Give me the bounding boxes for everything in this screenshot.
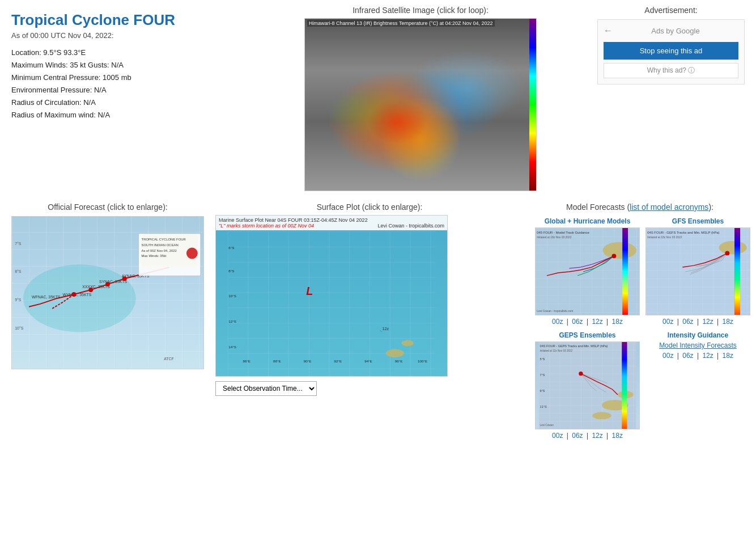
- intensity-guidance-panel: Intensity Guidance Model Intensity Forec…: [645, 331, 750, 440]
- svg-rect-57: [539, 342, 636, 429]
- svg-text:10°S: 10°S: [228, 294, 236, 298]
- gfs-ensembles-title: GFS Ensembles: [645, 217, 750, 225]
- svg-point-27: [401, 340, 413, 346]
- satellite-title-overlay: Himawari-8 Channel 13 (IR) Brightness Te…: [307, 20, 495, 27]
- svg-point-7: [122, 276, 127, 281]
- bottom-section: Official Forecast (click to enlarge):: [6, 202, 750, 440]
- model-label-prefix: Model Forecasts (: [566, 202, 630, 212]
- model-forecasts-header: Model Forecasts (list of model acronyms)…: [535, 202, 745, 212]
- storm-title: Tropical Cyclone FOUR: [11, 11, 244, 29]
- storm-env-pressure: Environmental Pressure: N/A: [11, 84, 244, 96]
- geps-ensembles-image-content: 04S FOUR - GEPS Tracks and Min. MSLP (hP…: [536, 342, 639, 429]
- gfs-link-00z[interactable]: 00z: [662, 318, 673, 326]
- geps-ensembles-title: GEPS Ensembles: [535, 331, 640, 339]
- intensity-guidance-link[interactable]: Model Intensity Forecasts: [645, 341, 750, 349]
- svg-point-16: [186, 248, 198, 259]
- storm-radius-max-wind: Radius of Maximum wind: N/A: [11, 109, 244, 121]
- svg-rect-22: [228, 231, 436, 376]
- satellite-image[interactable]: Himawari-8 Channel 13 (IR) Brightness Te…: [304, 18, 537, 191]
- svg-text:SYNAC, 35KTS: SYNAC, 35KTS: [99, 280, 127, 284]
- svg-text:8°S: 8°S: [228, 269, 234, 273]
- satellite-color-bar: [529, 19, 536, 191]
- model-label-suffix: ):: [708, 202, 713, 212]
- gfs-link-06z[interactable]: 06z: [682, 318, 693, 326]
- model-grid: Global + Hurricane Models: [535, 217, 745, 440]
- svg-text:TROPICAL CYCLONE FOUR: TROPICAL CYCLONE FOUR: [142, 238, 186, 241]
- svg-text:9°S: 9°S: [540, 389, 545, 393]
- gfs-link-18z[interactable]: 18z: [723, 318, 733, 326]
- official-forecast-label: Official Forecast (click to enlarge):: [11, 202, 204, 212]
- svg-text:045 FOUR - Model Track Guidanc: 045 FOUR - Model Track Guidance: [537, 231, 589, 234]
- svg-text:Levi Cowan - tropicalbits.com: Levi Cowan - tropicalbits.com: [537, 310, 573, 313]
- svg-text:04S FOUR - GEPS Tracks and Min: 04S FOUR - GEPS Tracks and Min. MSLP (hP…: [540, 344, 608, 348]
- global-hurricane-image[interactable]: 045 FOUR - Model Track Guidance Initiate…: [535, 227, 640, 315]
- svg-text:90°E: 90°E: [304, 359, 312, 363]
- svg-text:Max Winds: 35kt: Max Winds: 35kt: [142, 254, 167, 258]
- global-hurricane-panel: Global + Hurricane Models: [535, 217, 640, 326]
- surface-plot-label: Surface Plot (click to enlarge):: [215, 202, 524, 212]
- gfs-link-12z[interactable]: 12z: [702, 318, 713, 326]
- intensity-guidance-link-wrapper: Model Intensity Forecasts: [645, 341, 750, 349]
- observation-time-select-wrapper[interactable]: Select Observation Time... 00Z Nov 04 06…: [215, 381, 524, 396]
- stop-seeing-button[interactable]: Stop seeing this ad: [604, 42, 738, 60]
- svg-point-65: [579, 372, 583, 376]
- svg-point-26: [386, 349, 404, 357]
- svg-point-9: [88, 288, 93, 292]
- global-link-00z[interactable]: 00z: [552, 318, 563, 326]
- global-link-18z[interactable]: 18z: [612, 318, 623, 326]
- svg-rect-52: [734, 228, 740, 315]
- svg-text:92°E: 92°E: [334, 359, 342, 363]
- intensity-link-18z[interactable]: 18z: [723, 352, 733, 360]
- svg-text:10°S: 10°S: [15, 326, 23, 330]
- geps-link-12z[interactable]: 12z: [592, 432, 602, 440]
- surface-track-svg: L 12z 6°S 8°S 10°S 12°S 14°S 86°E: [216, 231, 447, 376]
- satellite-label: Infrared Satellite Image (click for loop…: [352, 6, 489, 15]
- official-forecast-panel: Official Forecast (click to enlarge):: [6, 202, 210, 440]
- geps-link-18z[interactable]: 18z: [612, 432, 623, 440]
- surface-plot-title: Marine Surface Plot Near 04S FOUR 03:15Z…: [216, 216, 447, 230]
- storm-details: Location: 9.5°S 93.3°E Maximum Winds: 35…: [11, 47, 244, 122]
- ad-box: ← Ads by Google Stop seeing this ad Why …: [597, 19, 745, 85]
- satellite-panel[interactable]: Infrared Satellite Image (click for loop…: [249, 6, 592, 191]
- ad-back-arrow[interactable]: ←: [604, 26, 613, 36]
- intensity-link-12z[interactable]: 12z: [702, 352, 713, 360]
- gfs-ensembles-image[interactable]: 04S FOUR - GEFS Tracks and Min. MSLP (hP…: [645, 227, 750, 315]
- geps-ensembles-image[interactable]: 04S FOUR - GEPS Tracks and Min. MSLP (hP…: [535, 341, 640, 429]
- svg-text:04S FOUR - GEFS Tracks and Min: 04S FOUR - GEFS Tracks and Min. MSLP (hP…: [647, 231, 719, 234]
- svg-text:ATCF: ATCF: [164, 357, 174, 361]
- official-forecast-image[interactable]: AYNAC, 35KTS SYNAC, 35KTS XXXXC, 35KTS W…: [11, 216, 204, 369]
- svg-text:Initiated at 12z Nov 03 2022: Initiated at 12z Nov 03 2022: [540, 349, 573, 352]
- svg-point-50: [719, 241, 747, 255]
- svg-text:88°E: 88°E: [273, 359, 281, 363]
- observation-time-select[interactable]: Select Observation Time... 00Z Nov 04 06…: [215, 381, 317, 396]
- svg-text:94°E: 94°E: [364, 359, 372, 363]
- geps-link-00z[interactable]: 00z: [552, 432, 563, 440]
- global-link-12z[interactable]: 12z: [592, 318, 602, 326]
- svg-text:9°S: 9°S: [15, 298, 22, 302]
- gfs-ensembles-panel: GFS Ensembles: [645, 217, 750, 326]
- model-acronyms-link[interactable]: list of model acronyms: [630, 202, 708, 212]
- svg-text:Levi Cowan: Levi Cowan: [540, 424, 554, 427]
- storm-location: Location: 9.5°S 93.3°E: [11, 47, 244, 59]
- intensity-guidance-links: 00z | 06z | 12z | 18z: [645, 352, 750, 360]
- intensity-link-06z[interactable]: 06z: [682, 352, 693, 360]
- svg-text:Initiated at 18z Nov 03 2022: Initiated at 18z Nov 03 2022: [647, 236, 682, 239]
- svg-text:6°S: 6°S: [228, 246, 234, 250]
- intensity-link-00z[interactable]: 00z: [662, 352, 673, 360]
- svg-rect-44: [622, 228, 628, 315]
- global-hurricane-title: Global + Hurricane Models: [535, 217, 640, 225]
- svg-text:Initiated at 18z Nov 03 2022: Initiated at 18z Nov 03 2022: [537, 236, 572, 239]
- svg-text:12°S: 12°S: [228, 319, 236, 323]
- forecast-track-svg: AYNAC, 35KTS SYNAC, 35KTS XXXXC, 35KTS W…: [12, 217, 203, 369]
- why-this-ad-button[interactable]: Why this ad? ⓘ: [604, 63, 738, 78]
- satellite-image-content: [305, 19, 536, 191]
- storm-date: As of 00:00 UTC Nov 04, 2022:: [11, 31, 244, 40]
- surface-plot-image[interactable]: Marine Surface Plot Near 04S FOUR 03:15Z…: [215, 215, 448, 377]
- top-section: Tropical Cyclone FOUR As of 00:00 UTC No…: [6, 6, 750, 191]
- global-link-06z[interactable]: 06z: [572, 318, 583, 326]
- geps-link-06z[interactable]: 06z: [572, 432, 583, 440]
- svg-text:7°S: 7°S: [15, 242, 22, 246]
- surface-plot-image-content: Marine Surface Plot Near 04S FOUR 03:15Z…: [216, 216, 447, 376]
- storm-max-winds: Maximum Winds: 35 kt Gusts: N/A: [11, 59, 244, 71]
- ad-label: Advertisement:: [597, 6, 745, 15]
